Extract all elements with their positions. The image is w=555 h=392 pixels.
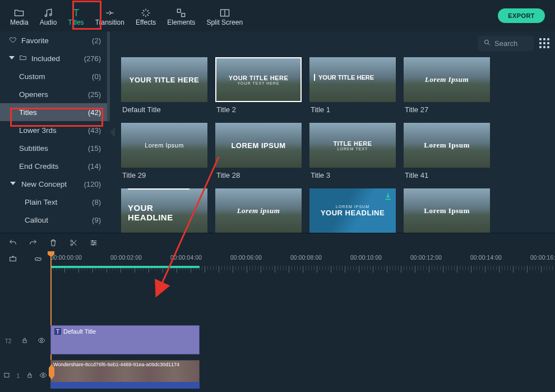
chevron-down-icon xyxy=(10,182,16,186)
nav-audio[interactable]: Audio xyxy=(34,2,63,30)
sidebar-favorite[interactable]: Favorite (2) xyxy=(0,31,110,49)
folder-icon xyxy=(13,7,25,19)
lock-icon[interactable] xyxy=(21,337,28,345)
adjust-icon[interactable] xyxy=(89,238,99,248)
sidebar-item-custom[interactable]: Custom(0) xyxy=(0,67,110,85)
audio-clip[interactable] xyxy=(50,382,200,389)
svg-point-0 xyxy=(45,15,47,16)
folder-icon xyxy=(19,54,27,63)
timeline-panel: 00:00:00:0000:00:02:0000:00:04:0000:00:0… xyxy=(0,233,555,392)
sidebar-item-titles[interactable]: Titles(42) xyxy=(0,103,110,121)
main-panel: Search YOUR TITLE HEREDefault Title YOUR… xyxy=(110,31,555,233)
video-track: 1 Wondershare-8ccd76f6-6eb1-4469-91ea-a0… xyxy=(0,360,555,391)
svg-rect-22 xyxy=(28,375,31,378)
sidebar-item-callout[interactable]: Callout(9) xyxy=(0,211,110,229)
sidebar-item-end-credits[interactable]: End Credits(14) xyxy=(0,157,110,175)
search-icon xyxy=(483,39,491,48)
svg-point-1 xyxy=(50,14,52,16)
transition-icon xyxy=(104,7,115,19)
sidebar-item-openers[interactable]: Openers(25) xyxy=(0,85,110,103)
split-icon xyxy=(219,7,230,19)
svg-line-7 xyxy=(488,43,490,45)
track-label: 1 xyxy=(16,373,20,379)
split-icon[interactable] xyxy=(68,238,78,248)
nav-split-screen[interactable]: Split Screen xyxy=(201,2,248,30)
search-input[interactable]: Search xyxy=(478,36,534,51)
sidebar-item-new-concept[interactable]: New Concept(120) xyxy=(0,175,110,193)
nav-effects[interactable]: Effects xyxy=(130,2,161,30)
title-preset[interactable]: Lorem Ipsum xyxy=(404,188,490,233)
title-preset[interactable]: Lorem IpsumTitle 41 xyxy=(404,123,490,185)
timeline-toolbar xyxy=(0,233,555,252)
text-track: T2 T Default Title xyxy=(0,325,555,357)
undo-icon[interactable] xyxy=(8,238,18,248)
lock-icon[interactable] xyxy=(26,372,33,380)
grid-view-icon[interactable] xyxy=(539,38,549,48)
title-preset[interactable]: YOUR HEADLINE xyxy=(121,188,207,233)
export-button[interactable]: EXPORT xyxy=(498,8,545,23)
title-clip[interactable]: T Default Title xyxy=(50,325,200,354)
top-nav: Media Audio Titles Transition Effects El… xyxy=(0,0,555,31)
add-track-icon[interactable] xyxy=(8,255,17,266)
sidebar-collapse-caret[interactable] xyxy=(110,127,115,137)
title-preset[interactable]: YOUR TITLE HEREYOUR TEXT HERETitle 2 xyxy=(215,57,302,119)
sidebar: Favorite (2) Included (276) Custom(0) Op… xyxy=(0,31,110,233)
title-preset[interactable]: Lorem IpsumTitle 29 xyxy=(121,123,207,185)
thumbnail-grid: YOUR TITLE HEREDefault Title YOUR TITLE … xyxy=(110,55,555,233)
video-clip[interactable]: Wondershare-8ccd76f6-6eb1-4469-91ea-a09d… xyxy=(50,360,200,382)
sidebar-item-subtitles[interactable]: Subtitles(15) xyxy=(0,139,110,157)
svg-point-23 xyxy=(42,374,44,376)
redo-icon[interactable] xyxy=(28,238,38,248)
nav-titles[interactable]: Titles xyxy=(62,2,89,30)
title-preset[interactable]: Lorem ipsum xyxy=(215,188,302,233)
svg-point-20 xyxy=(41,339,43,342)
svg-rect-2 xyxy=(178,9,181,12)
text-icon: T xyxy=(54,328,61,335)
heart-icon xyxy=(9,36,17,45)
music-icon xyxy=(43,7,54,19)
chevron-down-icon xyxy=(9,56,15,61)
track-label: T2 xyxy=(5,338,12,344)
title-preset[interactable]: YOUR TITLE HERETitle 1 xyxy=(309,57,396,119)
sidebar-included[interactable]: Included (276) xyxy=(0,49,110,67)
link-icon[interactable] xyxy=(34,255,43,266)
eye-icon[interactable] xyxy=(38,336,45,345)
nav-transition[interactable]: Transition xyxy=(90,2,130,30)
timeline-ruler[interactable]: 00:00:00:0000:00:02:0000:00:04:0000:00:0… xyxy=(50,252,555,274)
nav-elements[interactable]: Elements xyxy=(161,2,201,30)
title-preset[interactable]: Lorem IpsumTitle 27 xyxy=(404,57,490,119)
svg-rect-21 xyxy=(4,373,9,377)
shapes-icon xyxy=(175,7,187,19)
sparkle-icon xyxy=(140,7,151,19)
sidebar-item-plain-text[interactable]: Plain Text(8) xyxy=(0,193,110,211)
text-icon xyxy=(71,7,82,19)
filmstrip-icon xyxy=(3,372,10,380)
title-preset[interactable]: TITLE HERELOREM TEXTTitle 3 xyxy=(309,123,396,185)
delete-icon[interactable] xyxy=(48,238,58,248)
eye-icon[interactable] xyxy=(39,371,47,380)
svg-rect-3 xyxy=(182,13,185,17)
svg-point-6 xyxy=(484,40,488,44)
title-preset[interactable]: LOREM IPSUMYOUR HEADLINE xyxy=(309,188,396,233)
sidebar-item-lower-3rds[interactable]: Lower 3rds(43) xyxy=(0,121,110,139)
title-preset[interactable]: LOREM IPSUMTitle 28 xyxy=(215,123,302,185)
svg-rect-19 xyxy=(23,340,26,343)
title-preset[interactable]: YOUR TITLE HEREDefault Title xyxy=(121,57,207,119)
nav-media[interactable]: Media xyxy=(4,2,34,30)
svg-rect-16 xyxy=(10,257,16,261)
